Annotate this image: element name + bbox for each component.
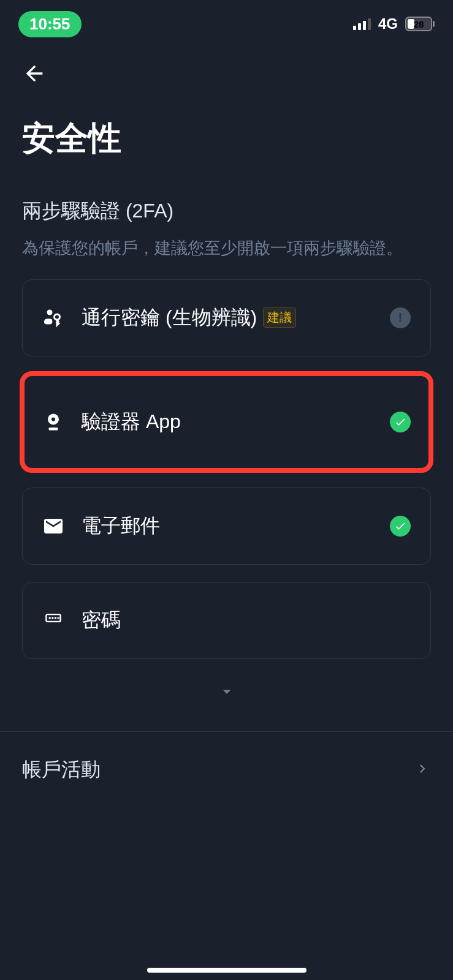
twofa-section-title: 兩步驟驗證 (2FA) bbox=[22, 198, 431, 225]
option-authenticator-label: 驗證器 App bbox=[82, 409, 373, 435]
status-bar: 10:55 4G 28 bbox=[0, 0, 453, 43]
option-password[interactable]: 密碼 bbox=[22, 582, 431, 659]
svg-point-4 bbox=[51, 417, 55, 421]
status-time: 10:55 bbox=[18, 11, 82, 37]
status-right: 4G 28 bbox=[353, 15, 435, 32]
badge-recommended: 建議 bbox=[263, 307, 296, 328]
check-icon bbox=[390, 412, 411, 432]
warning-icon: ! bbox=[390, 307, 411, 328]
page-title: 安全性 bbox=[0, 92, 453, 179]
network-label: 4G bbox=[378, 15, 398, 32]
twofa-section: 兩步驟驗證 (2FA) 為保護您的帳戶，建議您至少開啟一項兩步驟驗證。 通行密鑰… bbox=[0, 179, 453, 725]
home-indicator[interactable] bbox=[147, 968, 306, 973]
option-authenticator[interactable]: 驗證器 App bbox=[22, 374, 431, 470]
arrow-left-icon bbox=[22, 61, 47, 86]
option-password-label: 密碼 bbox=[82, 607, 411, 634]
chevron-down-icon bbox=[218, 682, 236, 701]
expand-more-button[interactable] bbox=[22, 676, 431, 719]
authenticator-icon bbox=[42, 411, 64, 433]
check-icon bbox=[390, 516, 411, 537]
twofa-section-desc: 為保護您的帳戶，建議您至少開啟一項兩步驟驗證。 bbox=[22, 236, 431, 261]
signal-icon bbox=[353, 18, 371, 30]
chevron-right-icon bbox=[414, 760, 431, 780]
svg-rect-1 bbox=[44, 318, 53, 324]
nav-bar bbox=[0, 43, 453, 92]
battery-icon: 28 bbox=[405, 17, 435, 31]
svg-point-0 bbox=[47, 309, 53, 315]
svg-point-9 bbox=[55, 617, 57, 619]
row-account-activity[interactable]: 帳戶活動 bbox=[0, 732, 453, 808]
passkey-icon bbox=[42, 307, 64, 329]
email-icon bbox=[42, 515, 64, 537]
option-email-label: 電子郵件 bbox=[82, 513, 373, 540]
svg-point-2 bbox=[55, 314, 60, 320]
option-email[interactable]: 電子郵件 bbox=[22, 488, 431, 565]
svg-point-8 bbox=[51, 617, 54, 619]
row-account-activity-label: 帳戶活動 bbox=[22, 756, 101, 783]
option-passkey[interactable]: 通行密鑰 (生物辨識) 建議 ! bbox=[22, 279, 431, 356]
password-icon bbox=[42, 609, 64, 631]
battery-level: 28 bbox=[414, 19, 424, 29]
svg-rect-10 bbox=[57, 617, 59, 618]
svg-point-7 bbox=[48, 617, 51, 619]
back-button[interactable] bbox=[22, 61, 47, 86]
option-passkey-label: 通行密鑰 (生物辨識) bbox=[82, 304, 257, 331]
svg-rect-5 bbox=[49, 428, 58, 431]
